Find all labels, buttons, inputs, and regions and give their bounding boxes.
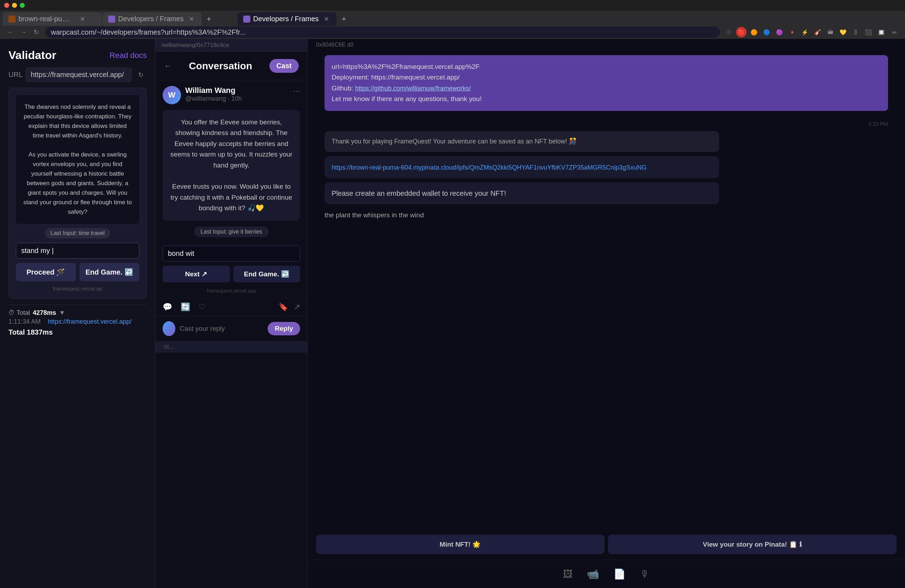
- url-label: URL: [8, 71, 23, 79]
- last-input-badge: Last Input: time travel: [45, 228, 110, 239]
- tab-1[interactable]: brown-real-puma-604.mypin... ✕: [3, 13, 102, 26]
- conv-title: Conversation: [189, 60, 252, 72]
- validator-title: Validator: [8, 49, 56, 62]
- conv-bottom-text: :tit...: [156, 341, 307, 353]
- conv-buttons: Next ↗ End Game. ↩️: [156, 266, 307, 288]
- toolbar-icon-6[interactable]: 🎸: [812, 27, 823, 38]
- wind-msg-container: the plant the whispers in the wind: [324, 209, 888, 222]
- timing-value: 4278ms: [33, 309, 56, 317]
- purple-msg-line4: Let me know if there are any questions, …: [332, 94, 881, 104]
- tab-bar: brown-real-puma-604.mypin... ✕ Developer…: [0, 11, 905, 25]
- nft-link[interactable]: https://brown-real-puma-604.mypinata.clo…: [332, 164, 646, 171]
- conv-text-input[interactable]: [163, 246, 300, 262]
- tab-3-close[interactable]: ✕: [324, 15, 329, 23]
- tab-2-close[interactable]: ✕: [189, 15, 194, 23]
- toolbar-icon-1[interactable]: 🟠: [749, 27, 759, 38]
- back-button[interactable]: ←: [6, 27, 16, 37]
- bookmark-icon-conv[interactable]: 🔖: [279, 303, 288, 312]
- address-bar-row: ← → ↻ warpcast.com/~/developers/frames?u…: [0, 26, 905, 39]
- mic-icon[interactable]: 🎙: [640, 568, 650, 580]
- log-url: https://framequest.vercel.app/: [48, 318, 132, 325]
- toolbar-icon-11[interactable]: 🔲: [876, 27, 887, 38]
- cast-button[interactable]: Cast: [269, 59, 299, 73]
- tab-1-title: brown-real-puma-604.mypin...: [18, 15, 75, 23]
- bookmark-icon[interactable]: ☆: [724, 27, 734, 37]
- conv-end-game-button[interactable]: End Game. ↩️: [233, 266, 300, 282]
- nft-link-bubble: https://brown-real-puma-604.mypinata.clo…: [324, 156, 719, 178]
- system-msg-container: Thank you for playing FrameQuest! Your a…: [324, 131, 888, 152]
- warpcast-bottom-bar: 🖼 📹 📄 🎙: [308, 560, 905, 588]
- message-bubble: You offer the Eevee some berries, showin…: [163, 110, 300, 221]
- title-bar: [0, 0, 905, 11]
- frame-preview-card: The dwarves nod solemnly and reveal a pe…: [8, 88, 147, 299]
- message-text: You offer the Eevee some berries, showin…: [170, 117, 293, 214]
- address-bar[interactable]: warpcast.com/~/developers/frames?url=htt…: [45, 27, 720, 38]
- reply-avatar: [163, 321, 175, 336]
- frame-domain: framequest.vercel.ap: [16, 285, 139, 292]
- toolbar-icon-red[interactable]: 🔴: [736, 27, 747, 38]
- timing-expand-icon[interactable]: ▼: [59, 309, 65, 317]
- system-message: Thank you for playing FrameQuest! Your a…: [324, 131, 719, 152]
- toolbar-icon-5[interactable]: ⚡: [800, 27, 810, 38]
- user-avatar: W: [163, 86, 181, 104]
- address-text: warpcast.com/~/developers/frames?url=htt…: [51, 28, 246, 36]
- wallet-msg-container: Please create an embedded wallet to rece…: [324, 182, 888, 204]
- validator-panel: Validator Read docs URL ↻ The dwarves no…: [0, 39, 156, 588]
- toolbar-icon-7[interactable]: 🏔: [825, 27, 836, 38]
- more-options-button[interactable]: ···: [293, 86, 300, 96]
- url-input[interactable]: [25, 68, 132, 82]
- frame-text-input[interactable]: [16, 243, 139, 259]
- purple-msg-line2: Deployment: https://framequest.vercel.ap…: [332, 72, 881, 83]
- new-tab-button[interactable]: +: [202, 13, 216, 26]
- reload-button[interactable]: ↻: [31, 27, 41, 37]
- toolbar-icon-10[interactable]: ⬛: [863, 27, 874, 38]
- purple-msg-line3: Github: https://github.com/williamuw/fra…: [332, 83, 881, 94]
- toolbar-icon-8[interactable]: 💛: [838, 27, 848, 38]
- nft-buttons-row: Mint NFT! 🌟 View your story on Pinata! 📋…: [308, 535, 905, 560]
- expand-icon[interactable]: ⇔: [889, 27, 899, 38]
- chat-messages: url=https%3A%2F%2Fframequest.vercel.app%…: [308, 48, 905, 535]
- url-reload-button[interactable]: ↻: [135, 69, 147, 81]
- main-content: Validator Read docs URL ↻ The dwarves no…: [0, 39, 905, 588]
- conv-user-row: W William Wang @williamwang · 10h ···: [156, 80, 307, 110]
- purple-message-block: url=https%3A%2F%2Fframequest.vercel.app%…: [324, 55, 888, 111]
- like-icon[interactable]: ♡: [198, 303, 206, 312]
- comment-icon[interactable]: 💬: [163, 303, 172, 312]
- validator-header: Validator Read docs: [8, 49, 147, 62]
- video-icon[interactable]: 📹: [587, 568, 599, 580]
- panel-id: 0x9046C6E d0: [308, 39, 905, 48]
- url-row: URL ↻: [8, 68, 147, 82]
- log-time: 1:11:34 AM https://framequest.vercel.app…: [8, 317, 147, 327]
- github-link[interactable]: https://github.com/williamuw/frameworks/: [355, 85, 471, 92]
- tab-3[interactable]: Developers / Frames ✕: [238, 13, 337, 26]
- toolbar-icon-3[interactable]: 🟣: [774, 27, 785, 38]
- mint-nft-button[interactable]: Mint NFT! 🌟: [316, 535, 605, 554]
- new-tab-button-2[interactable]: +: [337, 13, 351, 26]
- tab-1-close[interactable]: ✕: [80, 15, 85, 23]
- forward-button[interactable]: →: [18, 27, 28, 37]
- recast-icon[interactable]: 🔄: [181, 303, 190, 312]
- conv-last-input-badge: Last Input: give it berries: [194, 227, 268, 237]
- user-name: William Wang: [185, 86, 289, 95]
- chat-panel: 0x9046C6E d0 url=https%3A%2F%2Fframeques…: [308, 39, 905, 588]
- toolbar-icon-9[interactable]: ₿: [851, 27, 861, 38]
- next-button[interactable]: Next ↗: [163, 266, 230, 282]
- user-handle: @williamwang · 10h: [185, 95, 289, 103]
- conv-address-bar: /williamwang/0x7718c4ce: [156, 39, 307, 52]
- reply-input[interactable]: [179, 325, 264, 333]
- image-icon[interactable]: 🖼: [563, 568, 573, 580]
- conv-domain: framequest.vercel.app: [156, 288, 307, 298]
- read-docs-link[interactable]: Read docs: [110, 51, 147, 60]
- back-button-conv[interactable]: ←: [164, 62, 172, 71]
- reply-button[interactable]: Reply: [268, 322, 300, 335]
- share-icon[interactable]: ↗: [294, 303, 300, 312]
- view-story-button[interactable]: View your story on Pinata! 📋 ℹ: [608, 535, 897, 554]
- timing-label: ⏱ Total: [8, 309, 30, 317]
- document-icon[interactable]: 📄: [613, 568, 626, 580]
- tab-2[interactable]: Developers / Frames ✕: [103, 13, 202, 26]
- toolbar-icon-2[interactable]: 🔵: [762, 27, 772, 38]
- proceed-button[interactable]: Proceed 🪄: [16, 263, 76, 281]
- end-game-button[interactable]: End Game. ↩️: [79, 263, 140, 281]
- purple-msg-line1: url=https%3A%2F%2Fframequest.vercel.app%…: [332, 62, 881, 72]
- toolbar-icon-4[interactable]: ♦: [787, 27, 797, 38]
